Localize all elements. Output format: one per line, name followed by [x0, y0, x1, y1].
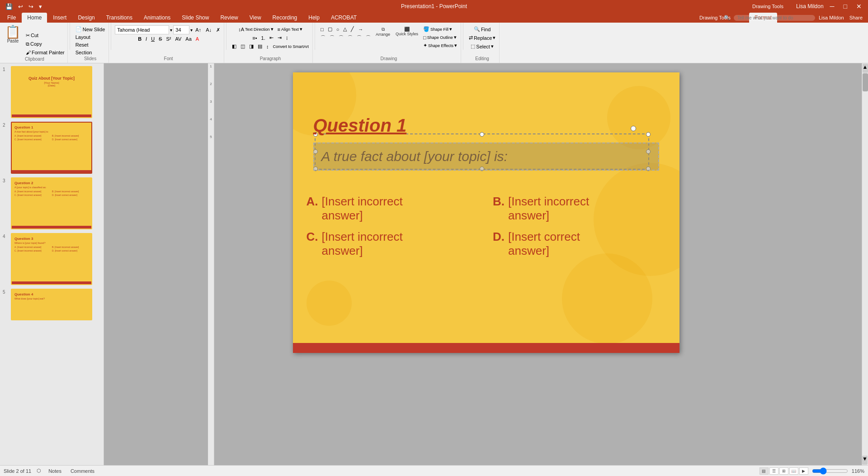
- undo-button[interactable]: ↩: [16, 2, 25, 11]
- shape-fill-button[interactable]: 🪣 Shape Fill ▾: [421, 25, 459, 33]
- shadow-button[interactable]: S²: [164, 35, 173, 43]
- justify-button[interactable]: ▤: [256, 43, 264, 50]
- scroll-thumb[interactable]: [863, 73, 868, 91]
- copy-button[interactable]: ⧉ Copy: [24, 40, 66, 48]
- font-color-button[interactable]: A: [194, 35, 201, 43]
- answer-a[interactable]: A. [Insert incorrectanswer]: [307, 195, 480, 223]
- slide-thumb-5[interactable]: 5 Question 4 What does [your topic] eat?: [2, 288, 102, 321]
- numbering-button[interactable]: 1.: [259, 34, 267, 42]
- comments-button[interactable]: Comments: [69, 468, 96, 474]
- format-painter-button[interactable]: 🖌 Format Painter: [24, 49, 66, 56]
- share-button[interactable]: Share: [848, 14, 864, 21]
- redo-button[interactable]: ↪: [27, 2, 35, 11]
- tab-review[interactable]: Review: [215, 13, 243, 23]
- shape-effects-button[interactable]: ✦ Shape Effects ▾: [421, 42, 459, 49]
- layout-button[interactable]: Layout: [74, 33, 92, 41]
- notes-button[interactable]: Notes: [47, 468, 63, 474]
- slide-canvas[interactable]: Question 1 A true fact about [your topic…: [293, 72, 679, 353]
- cut-button[interactable]: ✂ Cut: [24, 32, 66, 39]
- rect-shape-button[interactable]: □: [319, 25, 326, 33]
- scroll-up-arrow[interactable]: ▲: [863, 64, 868, 73]
- tab-recording[interactable]: Recording: [267, 13, 303, 23]
- answer-b[interactable]: B. [Insert incorrectanswer]: [493, 195, 666, 223]
- increase-font-button[interactable]: A↑: [193, 26, 203, 33]
- scroll-down-arrow[interactable]: ▼: [862, 456, 868, 465]
- shape6-button[interactable]: ⌒: [355, 33, 363, 42]
- font-dropdown-icon[interactable]: ▾: [170, 28, 172, 33]
- char-spacing-button[interactable]: AV: [173, 35, 183, 43]
- replace-button[interactable]: ⇄ Replace ▾: [467, 34, 497, 42]
- font-size-dropdown-icon[interactable]: ▾: [190, 28, 193, 33]
- slide-sorter-icon[interactable]: ⊞: [779, 467, 788, 475]
- reset-button[interactable]: Reset: [74, 41, 90, 48]
- shape4-button[interactable]: ⌒: [337, 33, 345, 42]
- strikethrough-button[interactable]: S: [157, 35, 164, 43]
- tab-acrobat[interactable]: ACROBAT: [326, 13, 362, 23]
- answer-c[interactable]: C. [Insert incorrectanswer]: [307, 230, 480, 258]
- handle-tm[interactable]: [480, 132, 484, 137]
- tab-home[interactable]: Home: [22, 13, 47, 23]
- italic-button[interactable]: I: [144, 35, 149, 43]
- convert-smartart-button[interactable]: Convert to SmartArt: [271, 43, 311, 50]
- question-title[interactable]: Question 1: [313, 115, 407, 136]
- slide-thumb-1[interactable]: 1 Quiz About [Your Topic] [Your Name] [D…: [2, 65, 102, 119]
- reading-view-icon[interactable]: 📖: [789, 467, 798, 475]
- tab-slideshow[interactable]: Slide Show: [176, 13, 214, 23]
- change-case-button[interactable]: Aa: [184, 35, 193, 43]
- underline-button[interactable]: U: [149, 35, 156, 43]
- answer-d[interactable]: D. [Insert correctanswer]: [493, 230, 666, 258]
- clear-format-button[interactable]: ✗: [214, 26, 222, 34]
- customize-button[interactable]: ▾: [37, 2, 44, 11]
- question-body[interactable]: A true fact about [your topic] is:: [313, 143, 659, 171]
- font-size-input[interactable]: [173, 25, 189, 34]
- shape3-button[interactable]: ⌒: [328, 33, 336, 42]
- minimize-button[interactable]: ─: [827, 2, 837, 11]
- rotate-handle[interactable]: [631, 126, 636, 131]
- shape5-button[interactable]: ⌒: [346, 33, 354, 42]
- select-button[interactable]: ⬚ Select ▾: [469, 43, 495, 50]
- quick-styles-button[interactable]: ⬛ Quick Styles: [393, 25, 420, 38]
- font-name-input[interactable]: [115, 25, 169, 34]
- decrease-indent-button[interactable]: ⇤: [268, 34, 275, 42]
- tab-help[interactable]: Help: [303, 13, 325, 23]
- close-button[interactable]: ✕: [854, 2, 864, 11]
- tab-transitions[interactable]: Transitions: [101, 13, 138, 23]
- bold-button[interactable]: B: [136, 35, 143, 43]
- text-direction-button[interactable]: ↕A Text Direction ▾: [236, 25, 275, 33]
- paste-button[interactable]: 📋 Paste: [3, 24, 23, 51]
- increase-indent-button[interactable]: ⇥: [276, 34, 283, 42]
- slideshow-view-icon[interactable]: ▶: [799, 467, 808, 475]
- shape2-button[interactable]: ⌒: [319, 33, 327, 42]
- zoom-slider[interactable]: [812, 467, 848, 475]
- bullets-button[interactable]: ≡•: [250, 34, 259, 42]
- shape7-button[interactable]: ⌒: [364, 33, 373, 42]
- find-button[interactable]: 🔍 Find: [472, 25, 492, 33]
- normal-view-icon[interactable]: ▤: [760, 467, 769, 475]
- search-input[interactable]: [734, 15, 815, 21]
- tab-file[interactable]: File: [2, 13, 21, 23]
- vertical-scrollbar[interactable]: ▲ ▼: [862, 63, 868, 465]
- restore-button[interactable]: □: [841, 2, 850, 11]
- arrange-button[interactable]: ⧉ Arrange: [373, 25, 392, 38]
- tab-design[interactable]: Design: [72, 13, 100, 23]
- outline-view-icon[interactable]: ☰: [769, 467, 778, 475]
- align-right-button[interactable]: ◨: [247, 43, 255, 50]
- align-left-button[interactable]: ◧: [230, 43, 238, 50]
- new-slide-button[interactable]: 📄 New Slide: [74, 25, 107, 33]
- slide-thumb-4[interactable]: 4 Question 3 Where is [your topic] found…: [2, 232, 102, 286]
- slide-thumb-2[interactable]: 2 Question 1 A true fact about [your top…: [2, 121, 102, 175]
- tab-insert[interactable]: Insert: [47, 13, 72, 23]
- triangle-button[interactable]: △: [341, 25, 349, 33]
- arrow-button[interactable]: →: [356, 25, 365, 33]
- align-center-button[interactable]: ◫: [239, 43, 247, 50]
- oval-button[interactable]: ○: [335, 25, 341, 33]
- columns-button[interactable]: ⫶: [284, 34, 290, 42]
- tab-animations[interactable]: Animations: [138, 13, 176, 23]
- decrease-font-button[interactable]: A↓: [204, 26, 213, 33]
- tab-view[interactable]: View: [244, 13, 267, 23]
- shape-outline-button[interactable]: □ Shape Outline ▾: [421, 33, 459, 41]
- line-spacing-button[interactable]: ↕: [264, 43, 271, 50]
- line-button[interactable]: ╱: [349, 25, 356, 33]
- align-text-button[interactable]: ≡ Align Text ▾: [276, 25, 304, 33]
- slide-thumb-3[interactable]: 3 Question 2 A [your topic] is classifie…: [2, 176, 102, 230]
